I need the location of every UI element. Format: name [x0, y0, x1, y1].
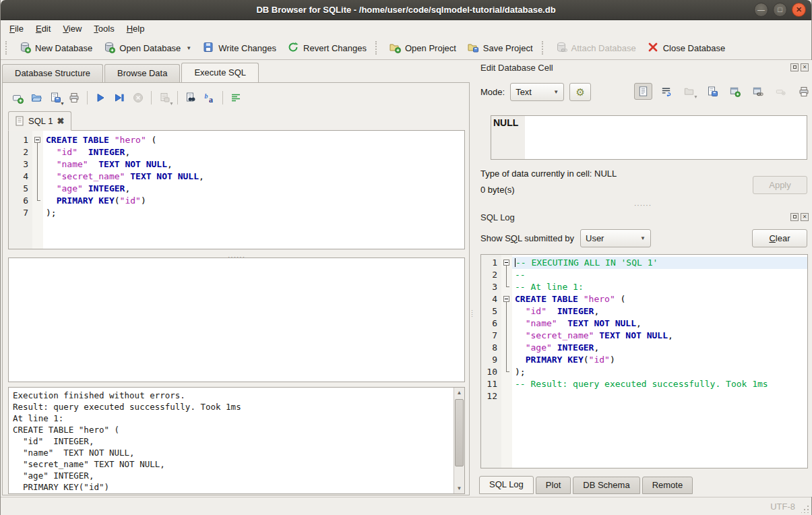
close-icon[interactable]: ✕: [792, 3, 806, 17]
status-bar: UTF-8: [1, 497, 811, 515]
encoding-indicator[interactable]: UTF-8: [770, 502, 795, 512]
close-panel-icon[interactable]: ✕: [801, 213, 809, 221]
float-panel-icon[interactable]: [790, 213, 799, 221]
scroll-down-icon[interactable]: ▼: [454, 483, 464, 493]
menu-edit[interactable]: Edit: [30, 22, 57, 35]
close-database-button[interactable]: Close Database: [642, 39, 731, 57]
cell-size-info: 0 byte(s): [480, 185, 515, 195]
messages-pane[interactable]: Execution finished without errors. Resul…: [8, 387, 465, 494]
open-sql-file-icon[interactable]: [27, 89, 46, 107]
print-icon[interactable]: [794, 83, 812, 100]
new-tab-icon[interactable]: [8, 89, 27, 107]
menu-view[interactable]: View: [57, 22, 88, 35]
code-line: 8 "age" INTEGER,: [481, 342, 807, 354]
export-to-file-icon[interactable]: [703, 83, 721, 100]
import-from-file-icon: ▼: [680, 83, 698, 100]
menu-file[interactable]: File: [3, 22, 30, 35]
main-toolbar: New DatabaseOpen Database▼Write ChangesR…: [1, 36, 811, 60]
new-database-button[interactable]: New Database: [13, 39, 98, 57]
open-database-button[interactable]: Open Database▼: [98, 39, 197, 57]
fold-marker: [501, 390, 512, 402]
tab-execute-sql[interactable]: Execute SQL: [181, 63, 259, 82]
maximize-icon[interactable]: □: [773, 3, 787, 17]
scrollbar-thumb[interactable]: [455, 399, 464, 466]
revert-changes-button[interactable]: Revert Changes: [282, 39, 372, 57]
dock-tab-remote[interactable]: Remote: [642, 477, 693, 494]
code-line: 10);: [481, 366, 807, 378]
results-grid[interactable]: [8, 258, 465, 382]
fold-marker: [501, 269, 512, 281]
tab-browse-data[interactable]: Browse Data: [104, 64, 180, 82]
write-changes-icon: [202, 41, 214, 55]
fold-marker: [501, 342, 512, 354]
cell-value-editor[interactable]: NULL: [491, 115, 807, 160]
app-window: DB Browser for SQLite - /home/user/code/…: [0, 0, 812, 515]
messages-scrollbar[interactable]: ▲ ▼: [454, 388, 464, 493]
resize-grip[interactable]: [801, 505, 809, 513]
auto-apply-gear-icon[interactable]: ⚙: [569, 83, 591, 101]
sql-log-panel-title: SQL Log: [480, 212, 515, 222]
copy-link-icon[interactable]: [749, 83, 767, 100]
sql-editor[interactable]: 1CREATE TABLE "hero" (2 "id" INTEGER,3 "…: [8, 130, 465, 249]
edit-cell-panel-title: Edit Database Cell: [480, 63, 553, 73]
title-bar[interactable]: DB Browser for SQLite - /home/user/code/…: [1, 0, 811, 20]
dock-tab-sql-log[interactable]: SQL Log: [479, 476, 534, 494]
open-database-icon: [103, 41, 115, 55]
float-panel-icon[interactable]: [790, 63, 799, 71]
editor-results-splitter[interactable]: ······: [8, 251, 465, 256]
sql-file-tab[interactable]: SQL 1 ✖: [8, 111, 71, 131]
execute-all-icon[interactable]: [91, 89, 110, 107]
dock-tab-db-schema[interactable]: DB Schema: [573, 477, 639, 494]
window-controls: ― □ ✕: [754, 3, 806, 17]
clear-log-button[interactable]: Clear: [752, 229, 807, 247]
menu-help[interactable]: Help: [121, 22, 151, 35]
set-null-icon: [772, 83, 790, 100]
log-filter-label: Show SQL submitted by: [480, 233, 574, 243]
log-filter-dropdown[interactable]: User ▼: [580, 229, 651, 247]
results-messages-splitter[interactable]: ······: [8, 382, 465, 387]
find-icon[interactable]: [181, 89, 200, 107]
fold-marker[interactable]: [32, 134, 43, 146]
log-filter-value: User: [586, 233, 633, 243]
save-project-button[interactable]: Save Project: [462, 39, 538, 57]
close-panel-icon[interactable]: ✕: [801, 63, 809, 71]
mode-dropdown[interactable]: Text ▼: [510, 83, 564, 101]
fold-marker: [501, 305, 512, 317]
minimize-icon[interactable]: ―: [754, 3, 768, 17]
chevron-down-icon: ▼: [640, 235, 646, 241]
code-line: 11-- Result: query executed successfully…: [481, 378, 807, 390]
write-changes-button[interactable]: Write Changes: [197, 39, 282, 57]
fold-marker[interactable]: [501, 293, 512, 305]
execute-current-line-icon[interactable]: [110, 89, 129, 107]
new-database-icon: [19, 41, 31, 55]
dock-tab-plot[interactable]: Plot: [536, 477, 571, 494]
fold-marker[interactable]: [501, 257, 512, 269]
menu-bar: FileEditViewToolsHelp: [1, 20, 811, 36]
toolbar-grip: [542, 41, 546, 55]
auto-format-icon[interactable]: [226, 89, 245, 107]
code-line: 5 "age" INTEGER,: [9, 183, 464, 195]
code-line: 2 "id" INTEGER,: [9, 146, 464, 158]
open-project-button[interactable]: Open Project: [383, 39, 462, 57]
word-wrap-icon[interactable]: [657, 83, 675, 100]
attach-database-button: Attach Database: [550, 39, 642, 57]
find-replace-icon[interactable]: ba: [200, 89, 219, 107]
menu-tools[interactable]: Tools: [88, 22, 120, 35]
tab-database-structure[interactable]: Database Structure: [2, 64, 103, 82]
scroll-up-icon[interactable]: ▲: [454, 388, 464, 398]
revert-changes-icon: [287, 41, 299, 55]
fold-marker: [32, 183, 43, 195]
save-sql-file-icon[interactable]: ▼: [46, 89, 65, 107]
text-mode-icon[interactable]: [634, 83, 652, 100]
dock-splitter[interactable]: ······: [623, 204, 663, 208]
code-line: 3 "name" TEXT NOT NULL,: [9, 158, 464, 171]
print-icon[interactable]: [65, 89, 84, 107]
code-line: 4CREATE TABLE "hero" (: [481, 293, 807, 305]
code-line: 2--: [481, 269, 807, 281]
left-pane: Database StructureBrowse DataExecute SQL…: [1, 60, 470, 497]
sql-log-view[interactable]: 1-- EXECUTING ALL IN 'SQL 1'2--3-- At li…: [480, 254, 808, 468]
open-in-external-app-icon[interactable]: [726, 83, 744, 100]
code-line: 6 PRIMARY KEY("id"): [9, 195, 464, 207]
close-tab-icon[interactable]: ✖: [57, 116, 64, 126]
code-line: 7 "secret_name" TEXT NOT NULL,: [481, 330, 807, 342]
